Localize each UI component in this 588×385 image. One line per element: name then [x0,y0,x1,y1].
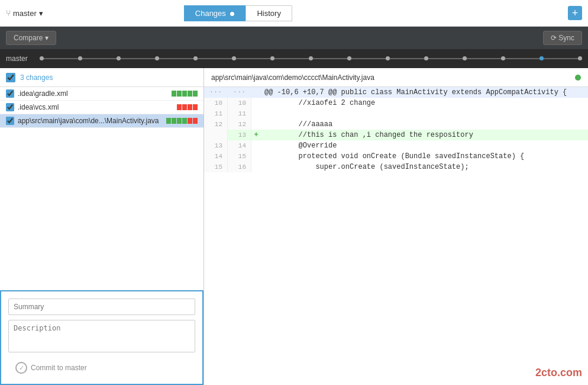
top-right-actions: + [568,6,582,20]
hunk-dots-right: ··· [228,87,251,98]
branch-name: master [13,9,37,18]
line-num-old: 13 [204,140,228,151]
dot-10 [386,56,390,60]
dot-8 [309,56,313,60]
dot-3 [117,56,121,60]
file-checkbox-vcs[interactable] [6,103,14,111]
diff-bar [182,91,187,97]
diff-indicators-vcs [177,104,198,110]
line-sign [251,108,261,119]
line-num-old: 12 [204,119,228,130]
diff-bar [188,104,192,110]
main-content: 3 changes .idea\gradle.xml .idea\vcs.xml [0,68,588,385]
top-bar: ⑂ master ▾ Changes History + [0,0,588,27]
line-sign: + [251,130,261,140]
diff-bar [182,118,187,124]
line-code: super.onCreate (savedInstanceState); [261,162,469,172]
sync-button[interactable]: ⟳ Sync [543,31,582,45]
diff-bar [193,91,198,97]
line-num-new: 16 [228,162,251,172]
list-item[interactable]: app\src\main\java\com\de...\MainActivity… [0,114,203,128]
list-item[interactable]: .idea\vcs.xml [0,101,203,114]
diff-line: 14 15 protected void onCreate (Bundle sa… [204,151,588,162]
commit-icon: ✓ [15,362,27,374]
line-sign [251,162,261,172]
diff-status-dot [575,75,581,81]
commit-btn-row: ✓ Commit to master [8,359,195,377]
line-num-old [204,130,228,140]
line-num-old: 14 [204,151,228,162]
description-input[interactable] [8,320,195,352]
hunk-header-text: @@ -10,6 +10,7 @@ public class MainActiv… [261,87,567,98]
hunk-sign [251,87,261,98]
compare-button[interactable]: Compare ▾ [6,31,56,45]
line-num-old: 10 [204,98,228,108]
diff-bar [193,104,198,110]
dot-2 [78,56,82,60]
diff-bar [172,91,176,97]
changes-header: 3 changes [0,68,203,87]
line-num-new: 14 [228,140,251,151]
dot-9 [347,56,351,60]
commit-area: ✓ Commit to master [0,290,203,385]
diff-line-added: 13 + //this is chan ,i changed the respo… [204,130,588,140]
file-name-mainactivity: app\src\main\java\com\de...\MainActivity… [18,117,163,125]
diff-bar [177,104,182,110]
dot-6 [232,56,236,60]
tab-history[interactable]: History [245,5,292,21]
branch-selector[interactable]: ⑂ master ▾ [6,8,43,18]
diff-bar [166,118,171,124]
commit-btn-label: Commit to master [31,364,87,372]
timeline-dots [40,56,582,60]
tab-group: Changes History [184,5,292,21]
watermark: 2cto.com [535,367,582,379]
commit-button[interactable]: ✓ Commit to master [8,359,94,377]
dot-4 [155,56,159,60]
line-num-new: 10 [228,98,251,108]
line-sign [251,119,261,130]
line-code: protected void onCreate (Bundle savedIns… [261,151,524,162]
diff-bar [188,91,192,97]
branch-timeline [40,57,582,60]
file-checkbox-mainactivity[interactable] [6,117,14,125]
line-num-new: 11 [228,108,251,119]
diff-line: 12 12 ///aaaaa [204,119,588,130]
line-code: //xiaofei 2 change [261,98,375,108]
dot-11 [424,56,428,60]
diff-line: 10 10 //xiaofei 2 change [204,98,588,108]
line-num-old: 15 [204,162,228,172]
dot-14 [539,56,544,60]
diff-indicators-mainactivity [166,118,198,124]
left-panel: 3 changes .idea\gradle.xml .idea\vcs.xml [0,68,204,385]
dot-15 [578,56,582,60]
changes-count: 3 changes [20,73,53,82]
line-num-new: 12 [228,119,251,130]
branch-bar: master [0,49,588,68]
diff-header: app\src\main\java\com\demo\cccct\MainAct… [204,68,588,87]
diff-line: 11 11 [204,108,588,119]
git-branch-icon: ⑂ [6,8,11,18]
dot-1 [40,56,44,60]
diff-bar [188,118,192,124]
dot-5 [193,56,198,60]
list-item[interactable]: .idea\gradle.xml [0,87,203,101]
diff-bar [172,118,176,124]
file-list: .idea\gradle.xml .idea\vcs.xml [0,87,203,290]
select-all-checkbox[interactable] [6,73,15,82]
timeline-line [40,58,582,59]
diff-indicators-gradle [172,91,198,97]
hunk-header-row: ··· ··· @@ -10,6 +10,7 @@ public class M… [204,87,588,98]
line-code: ///aaaaa [261,119,332,130]
file-name-gradle: .idea\gradle.xml [18,89,168,98]
file-checkbox-gradle[interactable] [6,89,14,98]
diff-line: 15 16 super.onCreate (savedInstanceState… [204,162,588,172]
line-num-old: 11 [204,108,228,119]
add-button[interactable]: + [568,6,582,20]
line-num-new: 13 [228,130,251,140]
file-name-vcs: .idea\vcs.xml [18,103,173,111]
diff-filepath: app\src\main\java\com\demo\cccct\MainAct… [211,73,374,82]
summary-input[interactable] [8,299,195,315]
line-sign [251,98,261,108]
tab-changes[interactable]: Changes [184,5,246,21]
diff-bar [193,118,198,124]
